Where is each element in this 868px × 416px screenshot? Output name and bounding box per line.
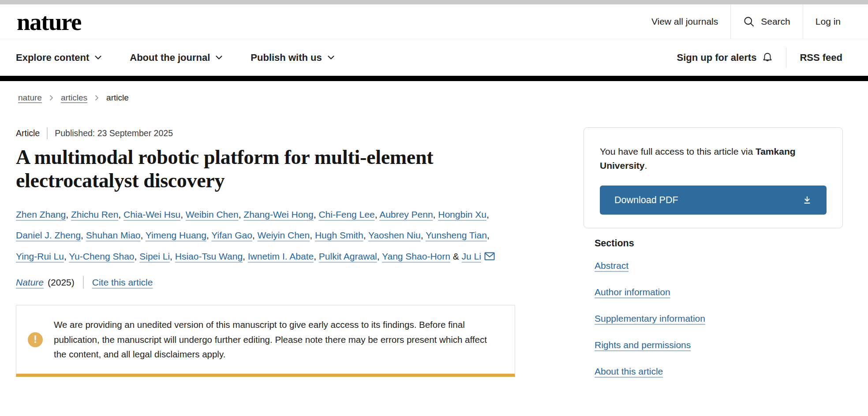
nav-item-about-the-journal[interactable]: About the journal [130,52,222,63]
header-divider-bar [0,76,868,81]
download-pdf-label: Download PDF [614,195,678,206]
journal-year: (2025) [48,277,75,288]
author-separator: , [66,209,71,219]
author-link[interactable]: Yang Shao-Horn [382,251,450,261]
cite-this-article-link[interactable]: Cite this article [92,277,153,288]
rss-label: RSS feed [800,52,842,63]
nav-item-label: Publish with us [251,52,322,63]
breadcrumb-articles-link[interactable]: articles [61,93,87,103]
author-separator: , [314,209,319,219]
notice-text: We are providing an unedited version of … [54,317,500,362]
sign-up-for-alerts-link[interactable]: Sign up for alerts [677,52,773,63]
view-all-journals-label: View all journals [651,16,718,27]
chevron-down-icon [328,56,334,60]
chevron-down-icon [216,56,222,60]
author-separator: , [433,209,438,219]
chevron-down-icon [95,56,101,60]
author-link[interactable]: Weiyin Chen [258,230,310,240]
section-list-item: Abstract [595,260,843,271]
download-icon [802,195,812,205]
chevron-right-icon [95,95,99,101]
author-link[interactable]: Hongbin Xu [438,209,486,219]
view-all-journals-link[interactable]: View all journals [639,4,730,39]
author-list: Zhen Zhang, Zhichu Ren, Chia-Wei Hsu, We… [16,204,515,267]
author-separator: , [377,251,382,261]
author-separator: , [252,230,258,240]
site-header: nature View all journals Search Log in [0,4,868,39]
author-link[interactable]: Chi-Feng Lee [318,209,374,219]
journal-link[interactable]: Nature [16,277,44,288]
breadcrumb-nature-link[interactable]: nature [18,93,42,103]
section-link-author-information[interactable]: Author information [595,287,670,297]
article-sidebar: You have full access to this article via… [584,127,843,393]
citation-row: Nature (2025) Cite this article [16,276,515,289]
author-link[interactable]: Iwnetim I. Abate [248,251,314,261]
published-info: Published: 23 September 2025 [55,128,173,138]
author-separator: , [118,209,123,219]
author-separator: , [180,209,186,219]
author-link[interactable]: Hugh Smith [315,230,363,240]
author-link[interactable]: Aubrey Penn [379,209,433,219]
author-link[interactable]: Yimeng Huang [146,230,206,240]
author-separator: , [314,251,319,261]
author-separator: , [375,209,380,219]
header-actions: View all journals Search Log in [639,4,842,39]
rss-feed-link[interactable]: RSS feed [800,52,842,63]
nav-right: Sign up for alerts RSS feed [677,48,842,68]
author-separator: , [363,230,368,240]
author-link[interactable]: Hsiao-Tsu Wang [175,251,243,261]
section-link-abstract[interactable]: Abstract [595,260,629,271]
author-link[interactable]: Zhichu Ren [71,209,118,219]
search-button[interactable]: Search [730,4,803,39]
article-title: A multimodal robotic platform for multi-… [16,146,490,193]
section-link-supplementary-information[interactable]: Supplementary information [595,313,705,323]
author-link[interactable]: Sipei Li [139,251,170,261]
published-date: 23 September 2025 [97,128,173,138]
article-meta: Article Published: 23 September 2025 [16,127,515,139]
nature-logo[interactable]: nature [17,10,81,34]
nav-item-explore-content[interactable]: Explore content [16,52,101,63]
author-link[interactable]: Yifan Gao [211,230,252,240]
cite-divider [83,276,84,289]
sections-list: AbstractAuthor informationSupplementary … [595,260,843,377]
author-link[interactable]: Chia-Wei Hsu [123,209,180,219]
breadcrumb: nature articles article [18,93,852,103]
email-icon[interactable] [484,247,495,267]
two-column-layout: Article Published: 23 September 2025 A m… [16,127,852,393]
section-list-item: Rights and permissions [595,340,843,350]
alert-icon: ! [28,332,43,347]
unedited-manuscript-notice: ! We are providing an unedited version o… [16,305,515,377]
author-link[interactable]: Daniel J. Zheng [16,230,81,240]
access-text: You have full access to this article via… [600,145,827,172]
author-link[interactable]: Yunsheng Tian [426,230,487,240]
author-link[interactable]: Ying-Rui Lu [16,251,64,261]
meta-divider [47,127,48,139]
author-link[interactable]: Yu-Cheng Shao [69,251,134,261]
author-separator: , [170,251,175,261]
access-prefix: You have full access to this article via [600,146,756,156]
author-separator: , [239,209,244,219]
nav-item-publish-with-us[interactable]: Publish with us [251,52,334,63]
article-type-label: Article [16,128,40,138]
author-separator: , [64,251,69,261]
author-link[interactable]: Zhang-Wei Hong [243,209,313,219]
download-pdf-button[interactable]: Download PDF [600,186,827,215]
author-link[interactable]: Yaoshen Niu [368,230,421,240]
published-label: Published: [55,128,95,138]
bell-icon [762,52,773,63]
author-link[interactable]: Shuhan Miao [86,230,141,240]
main-nav-items: Explore contentAbout the journalPublish … [16,52,334,63]
author-link[interactable]: Zhen Zhang [16,209,66,219]
author-link[interactable]: Pulkit Agrawal [319,251,377,261]
section-list-item: Author information [595,287,843,297]
chevron-right-icon [49,95,53,101]
nav-item-label: About the journal [130,52,210,63]
section-link-about-this-article[interactable]: About this article [595,366,663,376]
author-link[interactable]: Weibin Chen [186,209,239,219]
section-link-rights-and-permissions[interactable]: Rights and permissions [595,340,691,350]
access-suffix: . [645,160,647,171]
login-link[interactable]: Log in [803,4,842,39]
page-content: nature articles article Article Publishe… [0,93,868,393]
author-separator: , [486,209,489,219]
author-link[interactable]: Ju Li [462,251,481,261]
